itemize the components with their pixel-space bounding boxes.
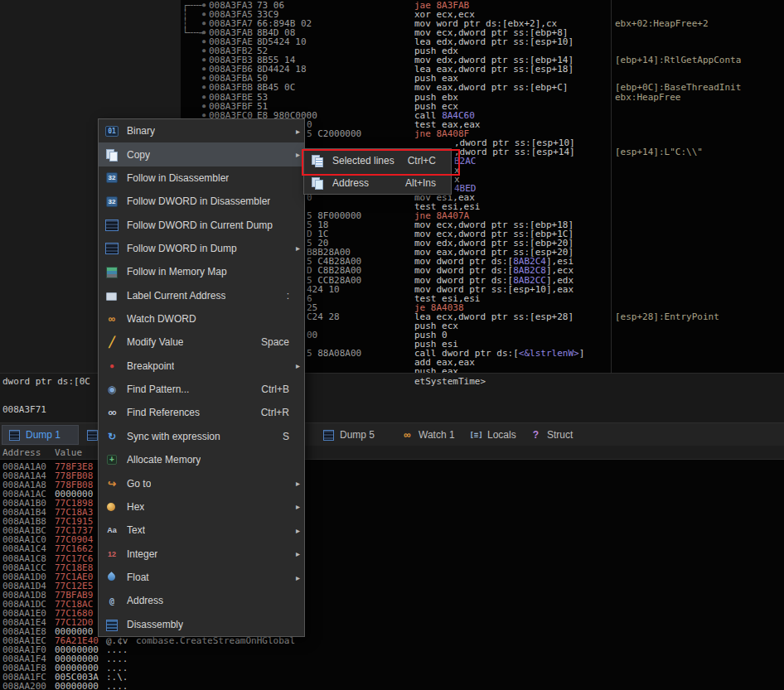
instruction-bullet-icon: ● [202,10,206,19]
menu-item-selected-lines[interactable]: Selected linesCtrl+C [304,149,451,171]
menu-item-label: Text [127,524,145,536]
menu-item-label: Disassembly [127,619,183,630]
dump-address: 008AA1D4 [2,581,46,591]
tab-watch-1[interactable]: Watch 1 [395,425,462,445]
sync-icon [104,430,119,443]
menu-item-label: Follow DWORD in Dump [127,243,237,254]
menu-item-binary[interactable]: Binary▸ [99,119,304,142]
menu-item-label: Modify Value [127,336,183,348]
info-symbol-text: etSystemTime> [414,376,486,387]
struct-tab-icon [530,429,542,442]
menu-item-label: Find References [127,407,200,418]
submenu-arrow-icon: ▸ [296,361,300,370]
find-references-icon [104,406,119,419]
dump-address: 008AA1C4 [2,544,46,553]
hex-icon [104,500,119,514]
watch-tab-icon [401,429,414,442]
tab-label: Watch 1 [419,429,455,441]
instruction-comment: ebx+02:HeapFree+2 [615,19,709,28]
submenu-arrow-icon: ▸ [296,479,300,488]
menu-item-breakpoint[interactable]: Breakpoint▸ [99,355,304,378]
instruction-bullet-icon: ● [202,55,206,65]
tab-struct[interactable]: Struct [524,425,582,445]
instruction-comment: [ebp+0C]:BaseThreadInit [615,83,741,92]
instruction-bytes-fragment: C24 28 [307,312,340,321]
menu-item-go-to[interactable]: Go to▸ [99,471,304,495]
context-menu: Binary▸Copy▸Follow in DisassemblerFollow… [98,118,305,637]
menu-item-label: Address [127,595,163,606]
menu-item-find-pattern[interactable]: Find Pattern...Ctrl+B [99,378,304,401]
instruction-bytes-fragment: D C8B28A00 [307,266,361,275]
find-pattern-icon [104,383,119,396]
instruction-bytes-fragment: 6 [307,294,312,303]
menu-item-allocate-memory[interactable]: Allocate Memory [99,448,304,471]
menu-item-label: Binary [127,125,155,137]
menu-item-follow-dword-in-dump[interactable]: Follow DWORD in Dump▸ [99,237,304,260]
menu-item-sync-with-expression[interactable]: Sync with expressionS [99,425,304,448]
dump-value: 77C12E5 [55,581,93,591]
submenu-arrow-icon: ▸ [296,526,300,535]
instruction-bullet-icon: ● [202,102,206,111]
dump-row[interactable]: 008AA20000000000.... [0,682,784,690]
tab-dump-1[interactable]: Dump 1 [2,425,79,445]
menu-item-integer[interactable]: Integer▸ [99,542,304,565]
menu-item-float[interactable]: Float▸ [99,566,304,589]
allocate-memory-icon [104,453,119,466]
menu-item-follow-dword-in-disassembler[interactable]: Follow DWORD in Disassembler [99,190,304,213]
tab-locals[interactable]: Locals [464,425,522,445]
submenu-arrow-icon: ▸ [296,573,300,582]
disasm-row[interactable]: ●008A3FB68D4424 18lea eax,dword ptr ss:[… [181,65,784,74]
menu-item-label-current-address[interactable]: Label Current Address: [99,284,304,307]
menu-item-shortcut: Alt+Ins [405,177,444,189]
submenu-arrow-icon: ▸ [296,244,300,253]
menu-item-modify-value[interactable]: Modify ValueSpace [99,331,304,354]
dump-comment: combase.CreateStreamOnHGlobal [136,636,295,645]
binary-icon [104,124,119,138]
menu-item-shortcut: S [283,431,298,442]
dump-address: 008AA1C8 [2,554,46,563]
menu-item-shortcut: Ctrl+C [408,155,444,166]
menu-item-label: Follow in Memory Map [127,266,227,277]
tab-dump-5[interactable]: Dump 5 [317,425,394,445]
menu-item-disassembly[interactable]: Disassembly [99,613,304,636]
breakpoint-icon [104,359,119,373]
menu-item-follow-in-memory-map[interactable]: Follow in Memory Map [99,260,304,283]
submenu-arrow-icon: ▸ [296,502,300,511]
disasm-row[interactable]: ●008A3FBB8B45 0Cmov eax,dword ptr ss:[eb… [181,83,784,92]
menu-item-label: Follow in Disassembler [127,172,229,184]
instruction-bytes: 8B45 0C [257,83,295,92]
info-address-text: 008A3F71 [2,404,46,415]
menu-item-hex[interactable]: Hex▸ [99,495,304,519]
submenu-arrow-icon: ▸ [296,549,300,558]
menu-item-label: Hex [127,501,144,513]
disasm-row[interactable]: ●008A3FAE8D5424 10lea edx,dword ptr ss:[… [181,37,784,46]
tab-label: Dump 5 [340,429,375,441]
disassembly-icon [104,618,119,631]
menu-item-shortcut: : [287,290,298,302]
menu-item-find-references[interactable]: Find ReferencesCtrl+R [99,401,304,424]
integer-icon [104,548,119,561]
menu-item-copy[interactable]: Copy▸ [99,142,304,166]
menu-item-text[interactable]: Text▸ [99,519,304,542]
menu-item-watch-dword[interactable]: Watch DWORD [99,307,304,331]
disasm-row[interactable]: ●008A3FBE53push ebxebx:HeapFree [181,93,784,102]
dump-header-address: Address [2,447,41,458]
menu-item-shortcut: Ctrl+R [261,407,298,418]
locals-tab-icon [470,429,482,442]
menu-item-label: Copy [127,149,150,161]
submenu-arrow-icon: ▸ [296,127,300,136]
dump-value: 77C17C6 [55,554,93,563]
menu-item-follow-in-disassembler[interactable]: Follow in Disassembler [99,166,304,190]
menu-item-follow-dword-in-current-dump[interactable]: Follow DWORD in Current Dump [99,213,304,236]
info-expression-text: dword ptr ds:[0C [2,376,90,387]
instruction-address: 008A3FBF [209,102,253,111]
text-icon [104,524,119,537]
modify-icon [104,335,119,349]
dump-tab-icon [322,429,335,442]
menu-item-address[interactable]: Address [99,589,304,612]
disasm-row[interactable]: ●008A3FBF51push ecx [181,102,784,111]
dump-value: 00000000 [55,682,99,690]
watch-icon [104,312,119,326]
copy-submenu: Selected linesCtrl+CAddressAlt+Ins [303,148,452,195]
menu-item-address[interactable]: AddressAlt+Ins [304,171,451,194]
